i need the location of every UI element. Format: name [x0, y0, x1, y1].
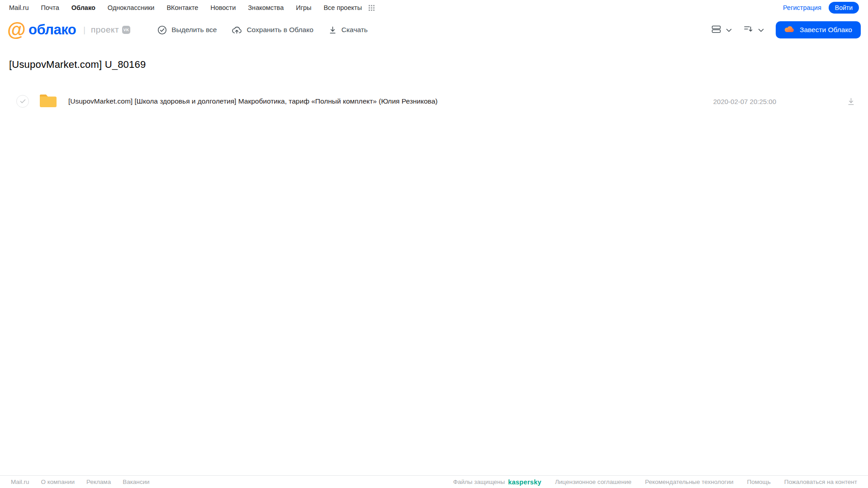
check-circle-icon: [157, 25, 167, 35]
create-cloud-button[interactable]: Завести Облако: [776, 21, 861, 38]
topbar-right: Регистрация Войти: [783, 2, 859, 14]
page-title: [UsupovMarket.com] U_80169: [9, 59, 868, 71]
row-download-icon[interactable]: [847, 97, 855, 106]
topbar: Mail.ru Почта Облако Одноклассники ВКонт…: [0, 0, 868, 15]
footer-link-reklama[interactable]: Реклама: [86, 479, 111, 485]
create-cloud-label: Завести Облако: [800, 26, 852, 34]
view-mode-icon: [711, 25, 721, 35]
cloud-logo[interactable]: @ облако | проект VK: [7, 20, 130, 39]
topbar-link-oblako[interactable]: Облако: [71, 4, 95, 11]
file-name-link[interactable]: [UsupovMarket.com] [Школа здоровья и дол…: [68, 97, 437, 105]
row-checkbox[interactable]: [16, 95, 29, 108]
login-button[interactable]: Войти: [829, 2, 859, 14]
main-content: [UsupovMarket.com] U_80169 [UsupovMarket…: [0, 59, 868, 111]
view-mode-control[interactable]: [711, 25, 732, 35]
apps-grid-icon[interactable]: [369, 5, 375, 11]
footer-left-links: Mail.ru О компании Реклама Вакансии: [11, 479, 150, 485]
kaspersky-protection: Файлы защищены kaspersky: [453, 479, 541, 486]
vk-badge-icon: VK: [122, 26, 130, 34]
cloud-icon: [784, 25, 795, 34]
check-icon: [20, 99, 26, 104]
header-right-controls: Завести Облако: [711, 21, 861, 38]
footer-link-recommendations[interactable]: Рекомендательные технологии: [645, 479, 733, 485]
download-button[interactable]: Скачать: [328, 26, 368, 34]
footer-link-mailru[interactable]: Mail.ru: [11, 479, 29, 485]
folder-icon[interactable]: [39, 93, 57, 110]
logo-divider: |: [83, 25, 85, 35]
toolbar: Выделить все Сохранить в Облако Скачать: [157, 25, 368, 35]
footer-link-vakansii[interactable]: Вакансии: [123, 479, 150, 485]
registration-link[interactable]: Регистрация: [783, 4, 821, 11]
topbar-link-vkontakte[interactable]: ВКонтакте: [166, 4, 198, 11]
file-row[interactable]: [UsupovMarket.com] [Школа здоровья и дол…: [9, 91, 868, 111]
footer-link-license[interactable]: Лицензионное соглашение: [555, 479, 631, 485]
save-to-cloud-label: Сохранить в Облако: [247, 26, 313, 34]
footer: Mail.ru О компании Реклама Вакансии Файл…: [0, 475, 868, 488]
sort-control[interactable]: [744, 25, 764, 35]
header: @ облако | проект VK Выделить все: [0, 15, 868, 44]
kaspersky-logo: kaspersky: [508, 479, 541, 486]
chevron-down-icon: [758, 26, 764, 34]
topbar-link-mailru[interactable]: Mail.ru: [9, 4, 29, 11]
protected-label: Файлы защищены: [453, 479, 505, 485]
download-label: Скачать: [342, 26, 368, 34]
topbar-link-znakomstva[interactable]: Знакомства: [248, 4, 284, 11]
cloud-upload-icon: [232, 25, 242, 34]
footer-link-help[interactable]: Помощь: [747, 479, 771, 485]
download-icon: [328, 26, 337, 34]
footer-link-company[interactable]: О компании: [41, 479, 75, 485]
chevron-down-icon: [726, 26, 732, 34]
topbar-link-igry[interactable]: Игры: [296, 4, 311, 11]
select-all-button[interactable]: Выделить все: [157, 25, 217, 35]
footer-link-report-content[interactable]: Пожаловаться на контент: [784, 479, 857, 485]
sort-icon: [744, 25, 753, 35]
topbar-link-odnoklassniki[interactable]: Одноклассники: [108, 4, 155, 11]
select-all-label: Выделить все: [171, 26, 217, 34]
mailru-at-icon: @: [7, 20, 25, 39]
topbar-link-vse-proekty[interactable]: Все проекты: [323, 4, 362, 11]
topbar-links: Mail.ru Почта Облако Одноклассники ВКонт…: [9, 4, 375, 11]
topbar-link-novosti[interactable]: Новости: [210, 4, 236, 11]
save-to-cloud-button[interactable]: Сохранить в Облако: [232, 25, 313, 34]
project-label: проект VK: [91, 25, 130, 35]
logo-text: облако: [28, 22, 76, 38]
footer-right-links: Файлы защищены kaspersky Лицензионное со…: [453, 479, 857, 486]
topbar-link-pochta[interactable]: Почта: [41, 4, 59, 11]
file-date: 2020-02-07 20:25:00: [713, 98, 776, 105]
